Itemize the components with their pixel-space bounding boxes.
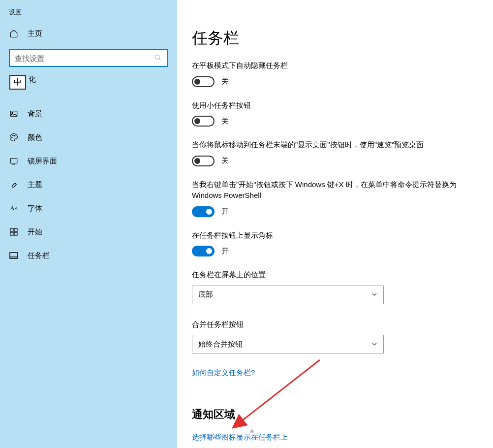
notification-section-header: 通知区域 (192, 407, 468, 422)
toggle-state: 开 (221, 207, 229, 216)
setting-desc: 在任务栏按钮上显示角标 (192, 230, 467, 241)
ime-indicator[interactable]: 中 (9, 75, 26, 90)
nav-label: 开始 (28, 227, 42, 237)
svg-line-1 (159, 59, 161, 61)
chevron-down-icon (371, 290, 377, 299)
search-input[interactable] (9, 49, 168, 67)
combine-select[interactable]: 始终合并按钮 (192, 335, 384, 353)
nav-label: 颜色 (28, 133, 42, 142)
nav-home-label: 主页 (28, 29, 42, 38)
svg-rect-13 (10, 253, 18, 258)
start-icon (9, 227, 19, 237)
nav-colors[interactable]: 颜色 (0, 126, 177, 149)
nav-background[interactable]: 背景 (0, 102, 177, 126)
setting-desc: 当我右键单击"开始"按钮或按下 Windows 键+X 时，在菜单中将命令提示符… (192, 179, 467, 201)
setting-desc: 在平板模式下自动隐藏任务栏 (192, 60, 467, 71)
toggle-state: 开 (221, 247, 229, 256)
sidebar: 设置 主页 中 化 背景 颜色 锁屏界面 主题 (0, 0, 177, 448)
toggle-powershell[interactable] (192, 206, 215, 217)
brush-icon (9, 180, 19, 190)
nav-themes[interactable]: 主题 (0, 173, 177, 196)
nav-label: 背景 (28, 109, 42, 119)
home-icon (9, 29, 19, 38)
combine-value: 始终合并按钮 (198, 340, 243, 349)
toggle-tablet-autohide[interactable] (192, 76, 215, 87)
combine-label: 合并任务栏按钮 (192, 319, 467, 330)
svg-rect-7 (10, 159, 17, 163)
setting-desc: 使用小任务栏按钮 (192, 100, 467, 111)
nav-taskbar[interactable]: 任务栏 (0, 244, 177, 267)
font-icon: AA (9, 203, 19, 213)
nav-lockscreen[interactable]: 锁屏界面 (0, 149, 177, 173)
lock-icon (9, 156, 19, 166)
palette-icon (9, 132, 19, 142)
toggle-peek-desktop[interactable] (192, 156, 215, 166)
select-icons-link[interactable]: 选择哪些图标显示在任务栏上 (192, 433, 468, 442)
toggle-badges[interactable] (192, 246, 215, 256)
toggle-state: 关 (221, 156, 229, 165)
toggle-state: 关 (221, 77, 229, 86)
nav-label: 锁屏界面 (28, 157, 57, 166)
help-link[interactable]: 如何自定义任务栏? (192, 368, 255, 378)
nav-fonts[interactable]: AA 字体 (0, 196, 177, 220)
taskbar-icon (9, 251, 19, 260)
svg-point-6 (15, 135, 16, 136)
svg-point-0 (155, 55, 159, 59)
main-content: 任务栏 在平板模式下自动隐藏任务栏 关 使用小任务栏按钮 关 当你将鼠标移动到任… (177, 0, 493, 448)
position-label: 任务栏在屏幕上的位置 (192, 269, 467, 281)
app-title: 设置 (0, 6, 177, 22)
svg-rect-11 (10, 232, 13, 235)
toggle-small-buttons[interactable] (192, 116, 215, 127)
nav-home[interactable]: 主页 (0, 22, 177, 45)
svg-rect-10 (14, 228, 17, 231)
svg-rect-9 (10, 228, 13, 231)
toggle-state: 关 (221, 117, 229, 126)
svg-rect-12 (14, 232, 17, 235)
nav-label: 任务栏 (28, 251, 50, 260)
nav-label: 字体 (28, 204, 42, 213)
section-partial-text: 化 (0, 74, 177, 89)
svg-point-5 (13, 135, 14, 136)
position-value: 底部 (198, 290, 213, 299)
search-container (0, 45, 177, 74)
picture-icon (9, 109, 19, 119)
chevron-down-icon (371, 340, 377, 349)
setting-desc: 当你将鼠标移动到任务栏末端的"显示桌面"按钮时，使用"速览"预览桌面 (192, 139, 467, 151)
nav-start[interactable]: 开始 (0, 220, 177, 244)
search-icon (154, 54, 161, 63)
nav-label: 主题 (28, 180, 42, 190)
svg-point-4 (12, 137, 13, 138)
position-select[interactable]: 底部 (192, 286, 384, 304)
page-title: 任务栏 (192, 28, 468, 49)
